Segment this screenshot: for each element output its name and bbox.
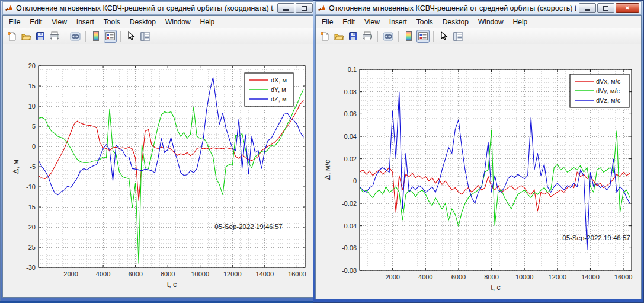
x-tick-label: 14000: [581, 273, 600, 280]
y-tick-label: -15: [26, 203, 36, 210]
x-tick-label: 2000: [385, 273, 399, 280]
menu-item-edit[interactable]: Edit: [338, 17, 360, 28]
x-tick-label: 10000: [515, 273, 534, 280]
maximize-button[interactable]: [296, 3, 313, 13]
y-tick-label: 0.1: [348, 66, 357, 73]
y-tick-label: 20: [28, 62, 36, 69]
figure-window-velocity: Отклонение мгновенных КСВЧ-решений от ср…: [313, 0, 644, 303]
x-tick-label: 6000: [451, 273, 466, 280]
window-title: Отклонение мгновенных КСВЧ-решений от ср…: [16, 4, 274, 12]
figure-canvas: 200040006000800010000120001400016000-0.0…: [316, 44, 641, 299]
toolbar-separator: [120, 31, 121, 42]
new-figure-icon[interactable]: [318, 30, 331, 43]
desktop: Отклонение мгновенных КСВЧ-решений от ср…: [0, 0, 644, 303]
menu-item-window[interactable]: Window: [161, 17, 196, 28]
y-tick-label: 0: [353, 177, 357, 184]
y-tick-label: -5: [30, 163, 36, 170]
menu-item-insert[interactable]: Insert: [72, 17, 99, 28]
menu-item-tools[interactable]: Tools: [99, 17, 125, 28]
legend-label: dX, м: [271, 76, 287, 84]
open-file-icon[interactable]: [20, 30, 33, 43]
menu-item-file[interactable]: File: [317, 17, 338, 28]
y-tick-label: 0.02: [344, 155, 357, 162]
x-tick-label: 4000: [96, 270, 110, 278]
menu-item-help[interactable]: Help: [508, 17, 533, 28]
toolbar: [3, 28, 315, 44]
y-tick-label: -0.02: [342, 200, 357, 207]
y-tick-label: 0.08: [344, 88, 357, 95]
menu-item-view[interactable]: View: [360, 17, 385, 28]
edit-plot-cursor-icon[interactable]: [124, 30, 137, 43]
menu-item-window[interactable]: Window: [473, 17, 508, 28]
minimize-button[interactable]: [579, 3, 596, 13]
axes: 200040006000800010000120001400016000-30-…: [3, 44, 315, 297]
legend[interactable]: dX, мdY, мdZ, м: [245, 73, 293, 106]
edit-plot-cursor-icon[interactable]: [437, 30, 450, 43]
y-tick-label: -25: [26, 244, 36, 251]
link-plot-icon[interactable]: [69, 30, 82, 43]
y-tick-label: 0.04: [344, 133, 357, 140]
save-figure-icon[interactable]: [347, 30, 360, 43]
x-tick-label: 12000: [549, 273, 567, 280]
y-tick-label: -0.08: [342, 267, 357, 274]
print-figure-icon[interactable]: [48, 30, 61, 43]
legend[interactable]: dVx, м/сdVy, м/сdVz, м/с: [570, 74, 629, 107]
y-tick-label: -0.04: [342, 222, 357, 229]
titlebar[interactable]: Отклонение мгновенных КСВЧ-решений от ср…: [315, 1, 642, 15]
insert-legend-icon[interactable]: [416, 30, 430, 43]
minimize-button[interactable]: [277, 3, 294, 13]
insert-legend-icon[interactable]: [104, 30, 117, 43]
toolbar-separator: [65, 31, 65, 42]
axes: 200040006000800010000120001400016000-0.0…: [316, 44, 641, 299]
figure-area: 200040006000800010000120001400016000-0.0…: [316, 44, 641, 299]
y-tick-label: 5: [32, 123, 36, 130]
x-tick-label: 16000: [614, 273, 633, 280]
menu-bar: FileEditViewInsertToolsDesktopWindowHelp: [3, 16, 315, 28]
legend-label: dZ, м: [271, 95, 287, 103]
y-tick-label: -10: [26, 183, 36, 190]
insert-colorbar-icon[interactable]: [402, 30, 415, 43]
x-tick-label: 4000: [418, 273, 432, 280]
legend-label: dVy, м/с: [596, 87, 620, 94]
x-tick-label: 12000: [223, 270, 242, 278]
menu-item-desktop[interactable]: Desktop: [125, 17, 161, 28]
new-figure-icon[interactable]: [5, 30, 18, 43]
property-editor-icon[interactable]: [451, 30, 464, 43]
toolbar-separator: [377, 31, 378, 42]
y-tick-label: -30: [26, 264, 36, 271]
x-tick-label: 14000: [256, 270, 274, 278]
link-plot-icon[interactable]: [382, 30, 395, 43]
timestamp-annotation: 05-Sep-2022 19:46:57: [214, 223, 282, 230]
x-axis-label: t, с: [491, 283, 501, 292]
titlebar[interactable]: Отклонение мгновенных КСВЧ-решений от ср…: [2, 1, 315, 15]
menu-item-edit[interactable]: Edit: [25, 17, 47, 28]
menu-bar: FileEditViewInsertToolsDesktopWindowHelp: [316, 16, 641, 28]
window-title: Отклонение мгновенных КСВЧ-решений от ср…: [329, 4, 576, 12]
menu-item-insert[interactable]: Insert: [385, 17, 412, 28]
y-tick-label: 0: [32, 143, 36, 150]
y-tick-label: 10: [28, 103, 36, 110]
save-figure-icon[interactable]: [34, 30, 47, 43]
open-file-icon[interactable]: [332, 30, 345, 43]
menu-item-file[interactable]: File: [4, 17, 25, 28]
figure-window-coordinates: Отклонение мгновенных КСВЧ-решений от ср…: [0, 0, 318, 301]
legend-label: dVz, м/с: [596, 97, 621, 104]
y-tick-label: 0.06: [344, 110, 357, 117]
menu-item-tools[interactable]: Tools: [412, 17, 438, 28]
x-tick-label: 8000: [484, 273, 498, 280]
property-editor-icon[interactable]: [139, 30, 152, 43]
x-tick-label: 10000: [191, 270, 209, 278]
x-tick-label: 2000: [63, 270, 78, 278]
x-tick-label: 16000: [288, 270, 306, 278]
legend-label: dVx, м/с: [596, 78, 621, 85]
y-axis-label: Δ, м: [12, 160, 20, 174]
menu-item-desktop[interactable]: Desktop: [438, 17, 473, 28]
maximize-button[interactable]: [597, 3, 614, 13]
close-button[interactable]: ✕: [616, 3, 639, 13]
insert-colorbar-icon[interactable]: [89, 30, 102, 43]
print-figure-icon[interactable]: [361, 30, 374, 43]
y-tick-label: -20: [26, 224, 36, 231]
legend-label: dY, м: [271, 86, 286, 93]
menu-item-help[interactable]: Help: [196, 17, 220, 28]
menu-item-view[interactable]: View: [47, 17, 72, 28]
